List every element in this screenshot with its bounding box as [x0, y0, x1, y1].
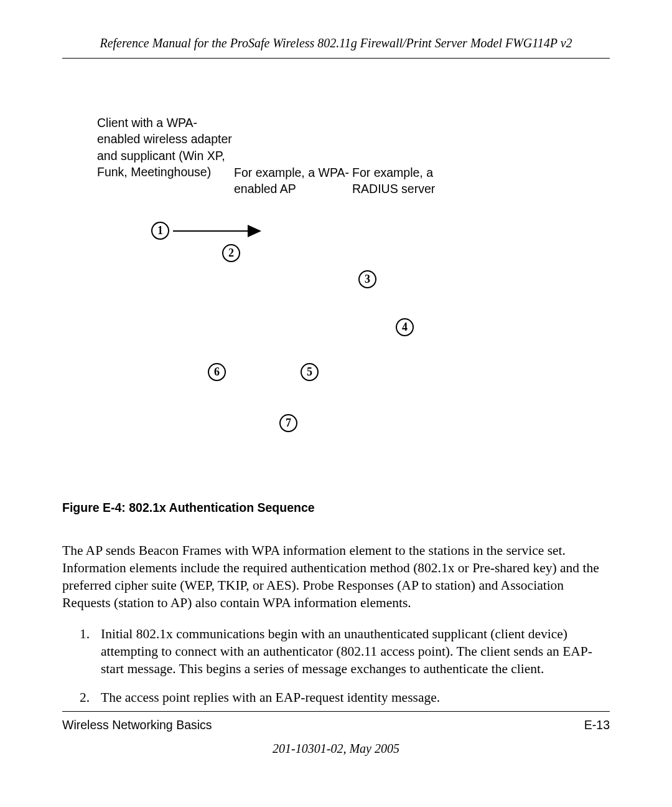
list-number: 1.: [80, 626, 101, 678]
step-circle-4: 4: [396, 318, 414, 336]
list-number: 2.: [80, 689, 101, 707]
list-text: Initial 802.1x communications begin with…: [101, 626, 610, 678]
figure-diagram: Client with a WPA-enabled wireless adapt…: [62, 115, 610, 476]
label-client: Client with a WPA-enabled wireless adapt…: [97, 115, 240, 180]
label-access-point: For example, a WPA-enabled AP: [234, 164, 358, 197]
list-text: The access point replies with an EAP-req…: [101, 689, 610, 707]
footer-page-number: E-13: [584, 718, 610, 732]
body-paragraph: The AP sends Beacon Frames with WPA info…: [62, 542, 610, 612]
step-circle-5: 5: [301, 363, 319, 381]
footer-section-title: Wireless Networking Basics: [62, 718, 212, 732]
step-circle-6: 6: [208, 363, 226, 381]
arrow-line: [173, 230, 248, 232]
footer-document-id: 201-10301-02, May 2005: [0, 742, 672, 756]
figure-caption: Figure E-4: 802.1x Authentication Sequen…: [62, 501, 610, 515]
page-header: Reference Manual for the ProSafe Wireles…: [62, 36, 610, 59]
list-item: 1. Initial 802.1x communications begin w…: [80, 626, 610, 678]
list-item: 2. The access point replies with an EAP-…: [80, 689, 610, 707]
step-circle-7: 7: [279, 414, 297, 432]
step-circle-2: 2: [222, 244, 240, 262]
ordered-list: 1. Initial 802.1x communications begin w…: [62, 626, 610, 707]
arrow-head-icon: [248, 225, 261, 237]
page-footer: Wireless Networking Basics E-13: [62, 711, 610, 732]
step-circle-1: 1: [151, 222, 169, 240]
step-circle-3: 3: [358, 270, 376, 288]
label-radius-server: For example, a RADIUS server: [352, 164, 477, 197]
